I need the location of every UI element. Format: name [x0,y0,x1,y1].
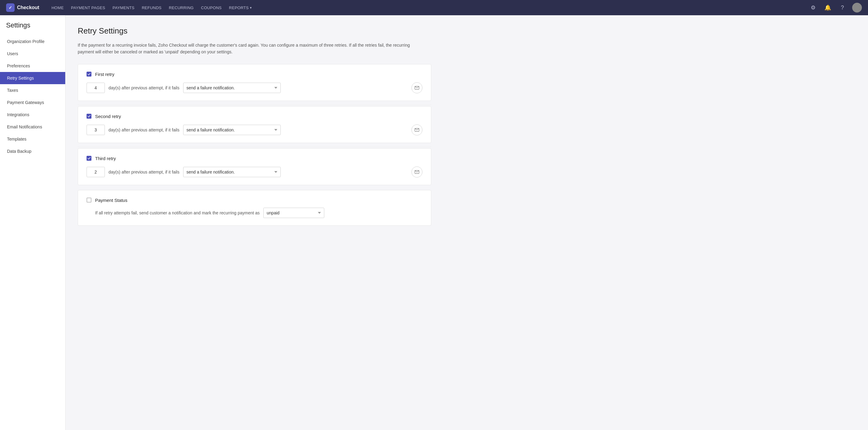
payment-status-header: Payment Status [87,198,423,203]
sidebar-title: Settings [0,21,65,35]
sidebar-item-data-backup[interactable]: Data Backup [0,145,65,157]
second-retry-checkbox[interactable] [87,114,91,119]
second-retry-header: Second retry [87,114,423,119]
payment-status-text: If all retry attempts fail, send custome… [95,210,260,215]
brand-name: Checkout [17,5,39,10]
payment-status-label: Payment Status [95,198,127,203]
third-retry-row: day(s) after previous attempt, if it fai… [87,167,423,177]
third-retry-card: Third retry day(s) after previous attemp… [78,148,431,185]
nav-payments[interactable]: PAYMENTS [113,4,134,11]
sidebar: Settings Organization Profile Users Pref… [0,15,65,430]
notifications-icon[interactable]: 🔔 [823,3,833,12]
payment-status-checkbox[interactable] [87,198,91,202]
second-retry-card: Second retry day(s) after previous attem… [78,106,431,143]
help-icon[interactable]: ? [838,3,847,12]
first-retry-label: First retry [95,71,114,77]
first-retry-row: day(s) after previous attempt, if it fai… [87,82,423,93]
third-retry-days-text: day(s) after previous attempt, if it fai… [108,170,180,174]
sidebar-item-templates[interactable]: Templates [0,133,65,145]
separator-1 [78,105,431,105]
first-retry-days-input[interactable] [87,83,105,93]
second-retry-email-icon[interactable] [411,124,423,135]
sidebar-item-preferences[interactable]: Preferences [0,60,65,72]
page-title: Retry Settings [78,26,856,36]
first-retry-card: First retry day(s) after previous attemp… [78,64,431,101]
first-retry-checkbox[interactable] [87,71,91,77]
third-retry-action-select[interactable]: send a failure notification. cancel the … [183,167,281,177]
nav-home[interactable]: HOME [52,4,64,11]
first-retry-action-select[interactable]: send a failure notification. cancel the … [183,83,281,93]
nav-recurring[interactable]: RECURRING [169,4,193,11]
sidebar-item-integrations[interactable]: Integrations [0,109,65,121]
second-retry-days-input[interactable] [87,125,105,135]
first-retry-email-icon[interactable] [411,82,423,93]
second-retry-days-text: day(s) after previous attempt, if it fai… [108,127,180,132]
nav-coupons[interactable]: COUPONS [201,4,222,11]
reports-chevron-icon: ▾ [250,6,252,10]
second-retry-row: day(s) after previous attempt, if it fai… [87,124,423,135]
nav-refunds[interactable]: REFUNDS [142,4,161,11]
sidebar-item-email-notifications[interactable]: Email Notifications [0,121,65,133]
first-retry-header: First retry [87,71,423,77]
user-avatar[interactable] [852,3,862,12]
third-retry-email-icon[interactable] [411,167,423,177]
third-retry-days-input[interactable] [87,167,105,177]
sidebar-item-users[interactable]: Users [0,48,65,60]
second-retry-action-select[interactable]: send a failure notification. cancel the … [183,125,281,135]
nav-reports-label: REPORTS [229,4,249,11]
payment-status-select[interactable]: unpaid cancelled [263,208,324,218]
brand-icon: ✓ [6,3,14,12]
sidebar-item-taxes[interactable]: Taxes [0,84,65,96]
third-retry-header: Third retry [87,156,423,161]
second-retry-label: Second retry [95,114,121,119]
payment-status-row: If all retry attempts fail, send custome… [87,208,423,218]
third-retry-checkbox[interactable] [87,156,91,161]
payment-status-card: Payment Status If all retry attempts fai… [78,190,431,226]
page-description: If the payment for a recurring invoice f… [78,42,413,56]
settings-icon[interactable]: ⚙ [808,3,818,12]
first-retry-days-text: day(s) after previous attempt, if it fai… [108,85,180,90]
topnav-icons: ⚙ 🔔 ? [808,3,862,12]
separator-2 [78,147,431,147]
third-retry-label: Third retry [95,156,116,161]
sidebar-item-organization-profile[interactable]: Organization Profile [0,35,65,48]
top-navigation: ✓ Checkout HOME PAYMENT PAGES PAYMENTS R… [0,0,868,15]
main-content: Retry Settings If the payment for a recu… [65,15,868,430]
brand-logo[interactable]: ✓ Checkout [6,3,39,12]
sidebar-item-retry-settings[interactable]: Retry Settings [0,72,65,84]
app-layout: Settings Organization Profile Users Pref… [0,15,868,430]
nav-reports[interactable]: REPORTS ▾ [229,4,252,11]
nav-payment-pages[interactable]: PAYMENT PAGES [71,4,105,11]
sidebar-item-payment-gateways[interactable]: Payment Gateways [0,96,65,109]
